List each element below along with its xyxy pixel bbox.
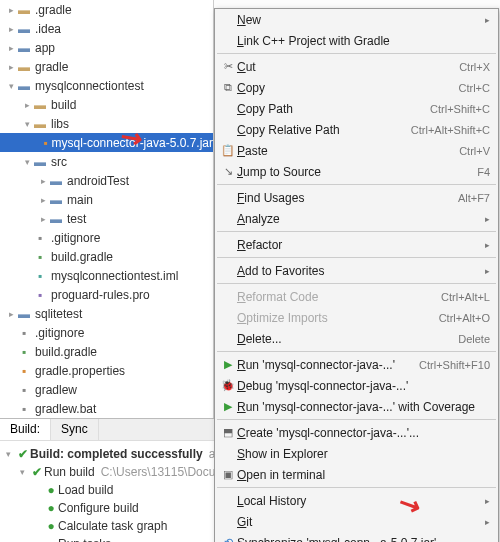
success-icon: ● bbox=[44, 537, 58, 542]
tree-item[interactable]: ▪build.gradle bbox=[0, 247, 213, 266]
menu-item[interactable]: ⬒Create 'mysql-connector-java-...'... bbox=[215, 422, 498, 443]
menu-item[interactable]: ▶Run 'mysql-connector-java-...' with Cov… bbox=[215, 396, 498, 417]
expand-arrow[interactable]: ▸ bbox=[6, 5, 16, 15]
folder-icon: ▬ bbox=[48, 173, 64, 189]
tree-item[interactable]: ▪.gitignore bbox=[0, 228, 213, 247]
folder-icon: ▬ bbox=[16, 21, 32, 37]
pro-file-icon: ▪ bbox=[32, 287, 48, 303]
tree-item[interactable]: ▪mysqlconnectiontest.iml bbox=[0, 266, 213, 285]
expand-arrow[interactable]: ▾ bbox=[22, 157, 32, 167]
menu-item[interactable]: Copy PathCtrl+Shift+C bbox=[215, 98, 498, 119]
menu-item[interactable]: Link C++ Project with Gradle bbox=[215, 30, 498, 51]
menu-item[interactable]: ↘Jump to SourceF4 bbox=[215, 161, 498, 182]
tree-label: proguard-rules.pro bbox=[51, 288, 150, 302]
menu-item[interactable]: 📋PasteCtrl+V bbox=[215, 140, 498, 161]
menu-separator bbox=[217, 184, 496, 185]
tree-label: .idea bbox=[35, 22, 61, 36]
menu-icon bbox=[219, 33, 237, 49]
tree-item[interactable]: ▪gradle.properties bbox=[0, 361, 213, 380]
tree-item[interactable]: ▪mysql-connector-java-5.0.7.jar bbox=[0, 133, 213, 152]
tree-label: sqlitetest bbox=[35, 307, 82, 321]
submenu-arrow-icon: ▸ bbox=[485, 496, 490, 506]
tree-item[interactable]: ▸▬main bbox=[0, 190, 213, 209]
menu-shortcut: Ctrl+Alt+Shift+C bbox=[411, 124, 490, 136]
menu-item[interactable]: ⟲Synchronize 'mysql-conn...a-5.0.7.jar' bbox=[215, 532, 498, 542]
build-secondary: C:\Users\13115\Docume bbox=[101, 465, 232, 479]
menu-item[interactable]: New▸ bbox=[215, 9, 498, 30]
tree-item[interactable]: ▪proguard-rules.pro bbox=[0, 285, 213, 304]
tree-label: androidTest bbox=[67, 174, 129, 188]
menu-item[interactable]: Refactor▸ bbox=[215, 234, 498, 255]
expand-arrow[interactable]: ▾ bbox=[6, 81, 16, 91]
batch-file-icon: ▪ bbox=[16, 401, 32, 417]
menu-item[interactable]: Delete...Delete bbox=[215, 328, 498, 349]
menu-item[interactable]: ✂CutCtrl+X bbox=[215, 56, 498, 77]
tree-item[interactable]: ▸▬androidTest bbox=[0, 171, 213, 190]
tab-build[interactable]: Build: bbox=[0, 419, 51, 440]
tree-item[interactable]: ▪gradlew.bat bbox=[0, 399, 213, 418]
menu-item[interactable]: Add to Favorites▸ bbox=[215, 260, 498, 281]
tree-label: test bbox=[67, 212, 86, 226]
tree-item[interactable]: ▸▬.idea bbox=[0, 19, 213, 38]
expand-arrow[interactable]: ▸ bbox=[38, 195, 48, 205]
expand-arrow[interactable]: ▸ bbox=[6, 43, 16, 53]
menu-item[interactable]: Find UsagesAlt+F7 bbox=[215, 187, 498, 208]
menu-separator bbox=[217, 231, 496, 232]
tree-item[interactable]: ▸▬build bbox=[0, 95, 213, 114]
menu-item[interactable]: ▣Open in terminal bbox=[215, 464, 498, 485]
expand-arrow[interactable]: ▸ bbox=[38, 176, 48, 186]
folder-icon: ▬ bbox=[16, 306, 32, 322]
project-tree[interactable]: ▸▬.gradle▸▬.idea▸▬app▸▬gradle▾▬mysqlconn… bbox=[0, 0, 214, 418]
menu-shortcut: Ctrl+X bbox=[459, 61, 490, 73]
menu-item[interactable]: ⧉CopyCtrl+C bbox=[215, 77, 498, 98]
menu-label: Show in Explorer bbox=[237, 447, 490, 461]
tree-label: .gradle bbox=[35, 3, 72, 17]
expand-arrow[interactable]: ▸ bbox=[6, 309, 16, 319]
copy-icon: ⧉ bbox=[219, 80, 237, 96]
tree-item[interactable]: ▸▬sqlitetest bbox=[0, 304, 213, 323]
menu-label: Link C++ Project with Gradle bbox=[237, 34, 490, 48]
expand-arrow[interactable]: ▸ bbox=[6, 62, 16, 72]
tree-item[interactable]: ▾▬mysqlconnectiontest bbox=[0, 76, 213, 95]
menu-item[interactable]: Git▸ bbox=[215, 511, 498, 532]
submenu-arrow-icon: ▸ bbox=[485, 517, 490, 527]
menu-item[interactable]: Show in Explorer bbox=[215, 443, 498, 464]
tree-label: build bbox=[51, 98, 76, 112]
submenu-arrow-icon: ▸ bbox=[485, 240, 490, 250]
menu-icon bbox=[219, 289, 237, 305]
context-menu[interactable]: New▸Link C++ Project with Gradle✂CutCtrl… bbox=[214, 8, 499, 542]
tree-item[interactable]: ▸▬test bbox=[0, 209, 213, 228]
menu-label: Delete... bbox=[237, 332, 458, 346]
menu-item[interactable]: Analyze▸ bbox=[215, 208, 498, 229]
menu-shortcut: Alt+F7 bbox=[458, 192, 490, 204]
tree-item[interactable]: ▾▬src bbox=[0, 152, 213, 171]
tree-label: build.gradle bbox=[51, 250, 113, 264]
menu-item[interactable]: Local History▸ bbox=[215, 490, 498, 511]
tree-label: gradlew.bat bbox=[35, 402, 96, 416]
expand-arrow[interactable]: ▸ bbox=[22, 100, 32, 110]
tab-sync[interactable]: Sync bbox=[51, 419, 99, 440]
expand-arrow[interactable]: ▸ bbox=[6, 24, 16, 34]
menu-item[interactable]: Copy Relative PathCtrl+Alt+Shift+C bbox=[215, 119, 498, 140]
tree-item[interactable]: ▸▬app bbox=[0, 38, 213, 57]
menu-label: Reformat Code bbox=[237, 290, 441, 304]
menu-label: Cut bbox=[237, 60, 459, 74]
menu-separator bbox=[217, 419, 496, 420]
expand-arrow[interactable]: ▾ bbox=[22, 119, 32, 129]
tree-item[interactable]: ▾▬libs bbox=[0, 114, 213, 133]
menu-shortcut: Ctrl+V bbox=[459, 145, 490, 157]
folder-icon: ▬ bbox=[16, 40, 32, 56]
tree-item[interactable]: ▪gradlew bbox=[0, 380, 213, 399]
menu-label: Jump to Source bbox=[237, 165, 477, 179]
expand-arrow[interactable]: ▸ bbox=[38, 214, 48, 224]
tree-item[interactable]: ▸▬gradle bbox=[0, 57, 213, 76]
tree-label: build.gradle bbox=[35, 345, 97, 359]
tree-item[interactable]: ▸▬.gradle bbox=[0, 0, 213, 19]
menu-item[interactable]: ▶Run 'mysql-connector-java-...'Ctrl+Shif… bbox=[215, 354, 498, 375]
tree-item[interactable]: ▪.gitignore bbox=[0, 323, 213, 342]
run-icon: ▶ bbox=[219, 357, 237, 373]
menu-item[interactable]: 🐞Debug 'mysql-connector-java-...' bbox=[215, 375, 498, 396]
menu-shortcut: Ctrl+Alt+L bbox=[441, 291, 490, 303]
tree-label: gradle.properties bbox=[35, 364, 125, 378]
tree-item[interactable]: ▪build.gradle bbox=[0, 342, 213, 361]
